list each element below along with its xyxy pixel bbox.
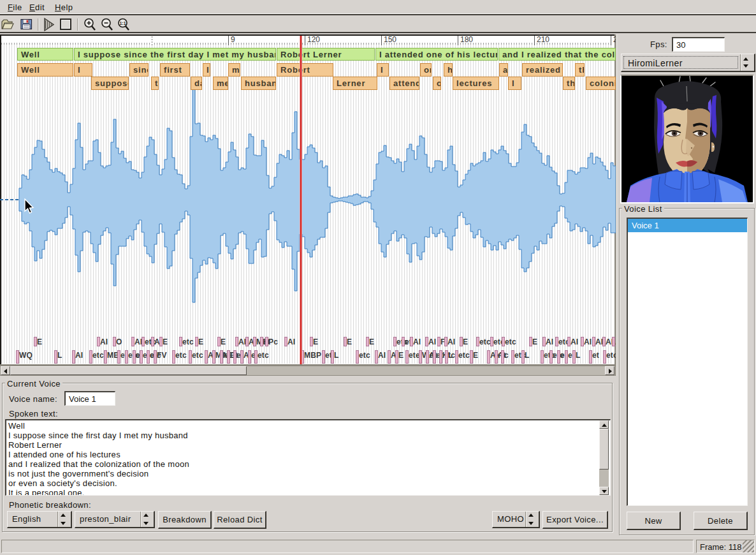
svg-text:1:1: 1:1 xyxy=(119,21,126,26)
